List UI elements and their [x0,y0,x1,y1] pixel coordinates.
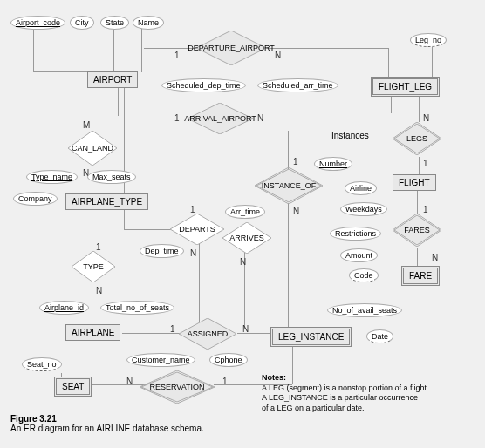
figure-label: Figure 3.21 An ER diagram for an AIRLINE… [10,414,204,433]
card: 1 [222,377,228,386]
attr-restrictions: Restrictions [330,227,381,241]
attr-leg-no: Leg_no [410,33,447,47]
rel-label: TYPE [83,262,104,271]
card: 1 [423,159,428,168]
rel-arrives: ARRIVES [222,222,271,254]
edge [79,24,79,72]
attr-dep-time: Dep_time [140,244,184,258]
rel-label: CAN_LAND [72,144,113,153]
attr-airport-code: Airport_code [10,16,65,30]
attr-type-name: Type_name [26,170,78,184]
attr-airline: Airline [345,181,377,195]
rel-fares: FARES [393,214,441,247]
attr-name: Name [133,16,164,30]
card: N [240,257,246,267]
card: N [126,377,133,386]
entity-flight: FLIGHT [393,174,436,191]
notes-line: of a LEG on a particular date. [262,404,365,412]
rel-label: ARRIVES [229,234,264,242]
rel-departs: DEPARTS [170,214,224,245]
edge [92,207,92,251]
rel-label: LEGS [406,134,427,143]
figure-number: Figure 3.21 [10,414,57,424]
attr-airplane-id: Airplane_id [39,301,89,315]
edge [288,203,289,329]
card: N [190,248,196,258]
edge [92,283,92,322]
card: N [257,113,263,123]
attr-total-seats: Total_no_of_seats [100,301,174,315]
edge [417,187,418,214]
entity-airplane: AIRPLANE [65,324,120,341]
entity-flight-leg: FLIGHT_LEG [371,77,440,97]
attr-seat-no: Seat_no [22,357,62,371]
edge [118,112,188,112]
instances-label: Instances [331,131,369,140]
edge [33,28,34,71]
edge [417,248,418,266]
rel-instance-of: INSTANCE_OF [255,167,323,204]
figure-caption: An ER diagram for an AIRLINE database sc… [10,424,204,433]
edge [251,112,391,112]
card: 1 [293,157,298,166]
attr-cphone: Cphone [209,353,248,367]
attr-city: City [70,16,94,30]
rel-assigned: ASSIGNED [179,318,236,350]
rel-label: FARES [404,226,430,234]
notes-line: A LEG (segment) is a nonstop portion of … [262,384,429,392]
card: 1 [423,205,428,214]
edge [419,157,420,174]
attr-state: State [100,16,129,30]
card: 1 [174,51,180,60]
attr-amount: Amount [340,248,378,262]
entity-leg-instance: LEG_INSTANCE [270,327,352,347]
rel-departure-airport: DEPARTURE_AIRPORT [196,31,266,65]
entity-seat: SEAT [54,377,92,397]
card: N [423,113,429,123]
attr-weekdays: Weekdays [340,202,387,216]
attr-arr-time: Arr_time [225,205,265,219]
entity-fare: FARE [401,266,440,286]
rel-label: DEPARTS [179,225,215,234]
card: N [293,207,299,216]
rel-arrival-airport: ARRIVAL_AIRPORT [188,103,253,134]
card: 1 [170,324,175,334]
rel-label: RESERVATION [149,383,204,391]
edge [141,24,142,72]
card: N [275,51,281,60]
card: N [432,253,438,262]
rel-type: TYPE [72,251,115,282]
notes-line: A LEG_INSTANCE is a particular occurrenc… [262,393,418,402]
card: N [242,324,249,334]
attr-company: Company [13,192,58,206]
rel-label: INSTANCE_OF [262,181,316,190]
notes-title: Notes: [262,373,286,382]
notes-block: Notes: A LEG (segment) is a nonstop port… [262,373,429,414]
rel-legs: LEGS [393,122,441,155]
attr-scheduled-dep-time: Scheduled_dep_time [161,78,246,92]
edge [92,85,92,133]
attr-code: Code [349,268,379,282]
card: 1 [96,242,101,252]
attr-avail-seats: No_of_avail_seats [327,303,402,317]
attr-max-seats: Max_seats [87,170,136,184]
edge [288,131,289,170]
rel-label: ARRIVAL_AIRPORT [184,114,256,123]
entity-airport: AIRPORT [87,71,138,88]
entity-airplane-type: AIRPLANE_TYPE [65,193,148,210]
er-diagram-canvas: Airport_code City State Name AIRPORT DEP… [0,0,485,448]
card: N [96,286,102,295]
card: 1 [190,205,195,214]
attr-date: Date [366,329,393,343]
rel-can-land: CAN_LAND [68,131,117,166]
card: 1 [174,113,180,123]
rel-label: DEPARTURE_AIRPORT [188,44,275,52]
edge [113,24,114,72]
edge [257,48,388,49]
edge [432,44,433,77]
rel-reservation: RESERVATION [140,370,215,404]
edge [388,48,389,78]
attr-customer-name: Customer_name [126,353,195,367]
card: M [83,120,90,130]
rel-label: ASSIGNED [188,329,229,338]
